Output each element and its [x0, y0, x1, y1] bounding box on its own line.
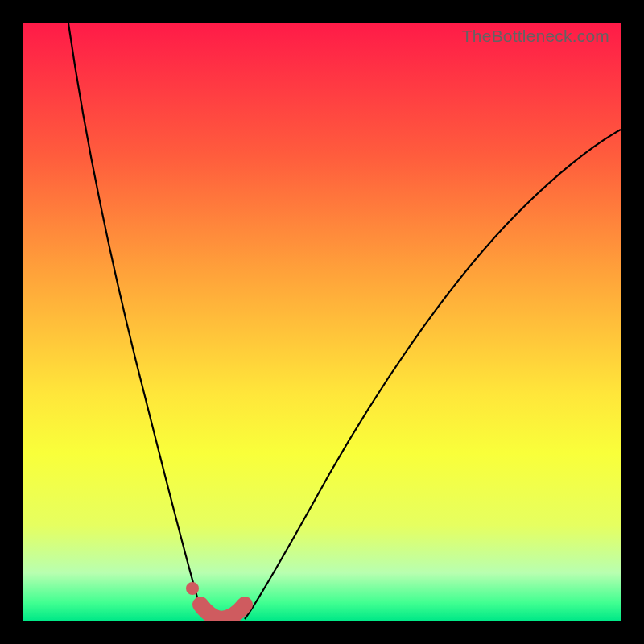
bottleneck-curve	[23, 23, 621, 621]
chart-frame: TheBottleneck.com	[0, 0, 644, 644]
curve-right-branch	[245, 130, 621, 619]
min-marker-segment	[200, 605, 245, 619]
min-marker-dot	[186, 582, 199, 595]
plot-area: TheBottleneck.com	[23, 23, 621, 621]
curve-left-branch	[68, 23, 208, 619]
